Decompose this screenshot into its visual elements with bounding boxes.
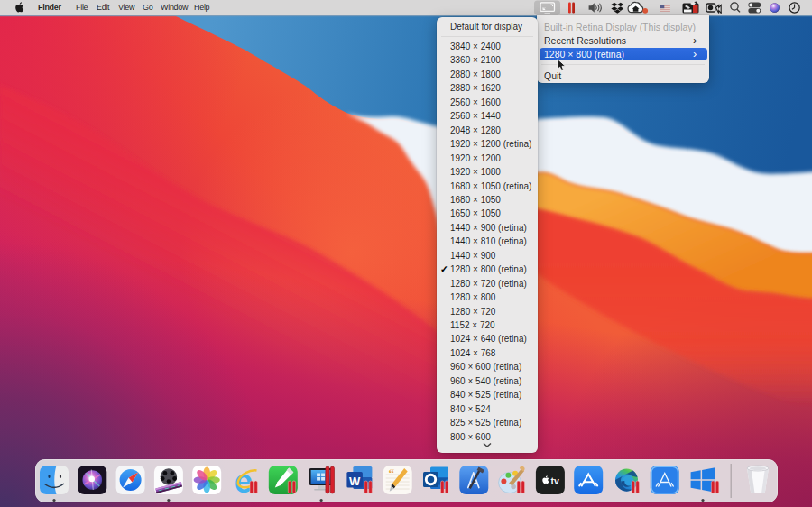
svg-text:tv: tv xyxy=(550,475,558,486)
svg-text:“: “ xyxy=(388,466,394,480)
svg-text:W: W xyxy=(349,475,361,488)
